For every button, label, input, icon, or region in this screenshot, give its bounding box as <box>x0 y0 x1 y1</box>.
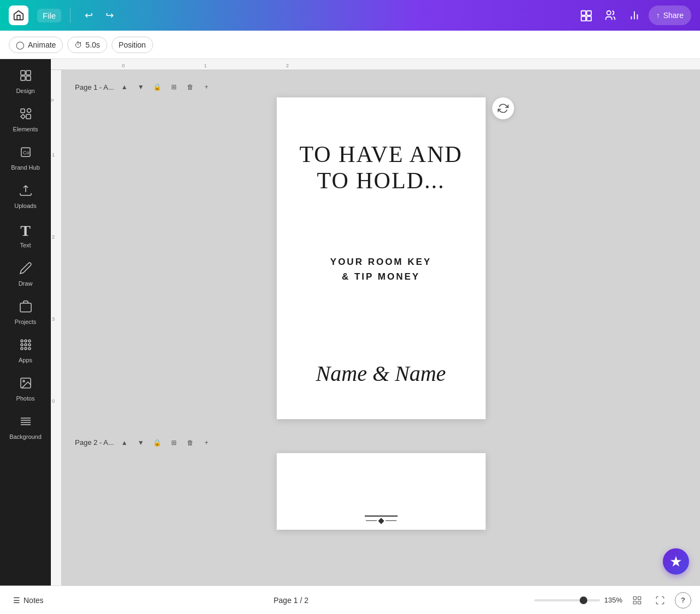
page2-ornament-diamond <box>378 518 384 524</box>
background-label: Background <box>9 433 42 440</box>
ai-assistant-button[interactable] <box>663 548 689 575</box>
file-button[interactable]: File <box>37 9 61 22</box>
svg-rect-3 <box>587 16 591 21</box>
animate-icon: ◯ <box>16 40 25 49</box>
zoom-slider-thumb[interactable] <box>580 596 587 604</box>
page2-up-button[interactable]: ▲ <box>119 437 131 449</box>
sidebar-item-draw[interactable]: Draw <box>4 256 48 292</box>
ruler-mark-v0b: 0 <box>52 398 55 404</box>
photos-label: Photos <box>16 395 34 402</box>
header: File ↩ ↪ <box>0 0 700 31</box>
position-button[interactable]: Position <box>112 37 153 53</box>
ruler-horizontal: 0 1 2 <box>51 59 700 70</box>
notes-icon: ☰ <box>13 596 20 605</box>
svg-point-28 <box>23 380 25 382</box>
fullscreen-button[interactable] <box>652 592 668 609</box>
duration-button[interactable]: ⏱ 5.0s <box>67 37 107 53</box>
svg-rect-34 <box>638 596 641 599</box>
projects-icon <box>19 300 32 316</box>
page1-canvas[interactable]: TO HAVE AND TO HOLD... YOUR ROOM KEY& TI… <box>277 97 486 419</box>
svg-point-22 <box>25 344 27 346</box>
page1-label-bar: Page 1 - A... ▲ ▼ 🔒 ⊞ 🗑 + <box>73 81 215 93</box>
sidebar-item-background[interactable]: Background <box>4 409 48 445</box>
sidebar-item-brand-hub[interactable]: Co. Brand Hub <box>4 140 48 176</box>
notes-label: Notes <box>24 596 44 605</box>
canvas-container: 0 1 2 0 1 2 3 0 Page 1 - A... ▲ ▼ <box>51 59 700 586</box>
sidebar-item-text[interactable]: T Text <box>4 217 48 254</box>
apps-label: Apps <box>19 357 32 363</box>
svg-point-13 <box>27 109 31 113</box>
page1-lock-button[interactable]: 🔒 <box>151 81 164 93</box>
sidebar-item-photos[interactable]: Photos <box>4 371 48 407</box>
sidebar-item-apps[interactable]: Apps <box>4 333 48 369</box>
zoom-label: 135% <box>604 596 622 604</box>
bottom-page-indicator: Page 1 / 2 <box>57 596 526 605</box>
page2-canvas[interactable] <box>277 453 486 530</box>
ruler-mark-2: 2 <box>286 63 289 68</box>
page2-down-button[interactable]: ▼ <box>135 437 147 449</box>
bottom-bar: ☰ Notes Page 1 / 2 135% ? <box>0 586 700 614</box>
svg-point-26 <box>28 347 31 350</box>
header-divider <box>70 8 71 23</box>
page2-ornament-left <box>366 520 377 521</box>
background-icon <box>19 415 32 431</box>
svg-rect-36 <box>638 601 641 604</box>
page1-signature-area: Name & Name <box>316 317 446 386</box>
page2-delete-button[interactable]: 🗑 <box>184 437 196 449</box>
analytics-button[interactable] <box>625 5 644 25</box>
page1-add-after-button[interactable]: + <box>201 81 213 93</box>
svg-rect-11 <box>26 76 31 80</box>
svg-rect-33 <box>633 596 636 599</box>
canvas-body: 0 1 2 3 0 Page 1 - A... ▲ ▼ 🔒 ⊞ 🗑 <box>51 70 700 586</box>
grid-view-button[interactable] <box>629 592 645 609</box>
position-label: Position <box>119 40 146 49</box>
home-button[interactable] <box>9 5 28 25</box>
svg-point-20 <box>28 340 31 342</box>
svg-point-25 <box>25 347 27 350</box>
sidebar-item-uploads[interactable]: Uploads <box>4 178 48 215</box>
page2-add-before-button[interactable]: ⊞ <box>168 437 180 449</box>
zoom-slider-track[interactable] <box>534 599 600 601</box>
page1-subtitle[interactable]: YOUR ROOM KEY& TIP MONEY <box>330 254 431 284</box>
sidebar-item-elements[interactable]: Elements <box>4 102 48 138</box>
brand-hub-icon: Co. <box>19 146 32 162</box>
draw-label: Draw <box>19 280 33 287</box>
undo-button[interactable]: ↩ <box>79 6 98 25</box>
share-label: Share <box>663 11 684 20</box>
bottom-right-controls: 135% ? <box>534 592 691 609</box>
page1-delete-button[interactable]: 🗑 <box>184 81 196 93</box>
page2-label-bar: Page 2 - A... ▲ ▼ 🔒 ⊞ 🗑 + <box>73 437 215 449</box>
sidebar-item-projects[interactable]: Projects <box>4 294 48 331</box>
page1-label: Page 1 - A... <box>75 83 114 91</box>
animate-button[interactable]: ◯ Animate <box>9 37 63 53</box>
page1-up-button[interactable]: ▲ <box>119 81 131 93</box>
svg-rect-10 <box>21 76 25 80</box>
svg-text:Co.: Co. <box>23 150 31 155</box>
page1-main-title[interactable]: TO HAVE AND TO HOLD... <box>293 141 469 194</box>
help-button[interactable]: ? <box>675 592 691 609</box>
uploads-icon <box>19 184 32 200</box>
page1-add-before-button[interactable]: ⊞ <box>168 81 180 93</box>
page2-lock-button[interactable]: 🔒 <box>151 437 164 449</box>
text-label: Text <box>20 242 31 248</box>
page2-ornament-right <box>386 520 396 521</box>
canvas-scroll[interactable]: Page 1 - A... ▲ ▼ 🔒 ⊞ 🗑 + <box>62 70 700 586</box>
svg-rect-9 <box>26 71 31 75</box>
sidebar-item-design[interactable]: Design <box>4 63 48 100</box>
page1-signature[interactable]: Name & Name <box>316 361 446 386</box>
svg-rect-17 <box>20 303 31 312</box>
uploads-label: Uploads <box>14 202 36 209</box>
collaborate-button[interactable] <box>600 5 620 25</box>
page2-add-after-button[interactable]: + <box>201 437 213 449</box>
text-icon: T <box>20 222 31 240</box>
svg-rect-14 <box>26 114 31 119</box>
page1-down-button[interactable]: ▼ <box>135 81 147 93</box>
share-button[interactable]: ↑ Share <box>649 5 691 25</box>
notes-button[interactable]: ☰ Notes <box>9 594 48 607</box>
draw-icon <box>19 262 32 278</box>
redo-button[interactable]: ↪ <box>100 6 119 25</box>
refresh-button[interactable] <box>492 97 514 119</box>
svg-rect-0 <box>581 11 585 15</box>
template-button[interactable] <box>576 5 596 25</box>
ruler-vertical: 0 1 2 3 0 <box>51 70 62 586</box>
